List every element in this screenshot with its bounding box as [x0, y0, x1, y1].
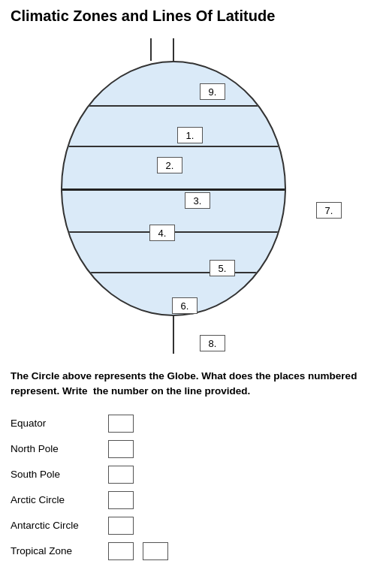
label-9: 9.: [200, 83, 225, 100]
row-arctic-circle: Arctic Circle: [11, 491, 381, 509]
label-7: 7.: [316, 202, 342, 219]
row-north-pole: North Pole: [11, 440, 381, 458]
top-pole-connector: [173, 38, 174, 62]
label-5: 5.: [210, 260, 235, 276]
antarctic-line: [62, 272, 285, 273]
answer-box-arctic-circle[interactable]: [108, 491, 134, 509]
label-4: 4.: [149, 225, 175, 241]
answer-box-south-pole[interactable]: [108, 466, 134, 484]
tropic-cancer-line: [62, 146, 285, 147]
label-equator: Equator: [11, 418, 108, 429]
row-south-pole: South Pole: [11, 466, 381, 484]
label-1: 1.: [177, 127, 203, 143]
answer-box-equator[interactable]: [108, 415, 134, 433]
page-title: Climatic Zones and Lines Of Latitude: [11, 8, 381, 25]
answer-box-tropical-zone-1[interactable]: [108, 542, 134, 560]
label-arctic-circle: Arctic Circle: [11, 494, 108, 505]
equator-line: [62, 188, 285, 191]
bottom-pole-connector: [173, 316, 174, 340]
row-tropical-zone: Tropical Zone: [11, 542, 381, 560]
globe-diagram: 9. 1. 2. 3. 4. 5. 6. 8. 7.: [38, 38, 354, 354]
answer-section: Equator North Pole South Pole Arctic Cir…: [11, 415, 381, 568]
label-north-pole: North Pole: [11, 443, 108, 454]
label-8: 8.: [200, 335, 225, 351]
arctic-line: [62, 105, 285, 107]
label-tropical-zone: Tropical Zone: [11, 545, 108, 556]
label-south-pole: South Pole: [11, 469, 108, 480]
label-3: 3.: [185, 192, 210, 209]
answer-box-antarctic-circle[interactable]: [108, 517, 134, 535]
label-6: 6.: [172, 297, 198, 314]
row-antarctic-circle: Antarctic Circle: [11, 517, 381, 535]
description-text: The Circle above represents the Globe. W…: [11, 369, 381, 400]
label-antarctic-circle: Antarctic Circle: [11, 520, 108, 531]
label-2: 2.: [157, 157, 182, 173]
answer-box-north-pole[interactable]: [108, 440, 134, 458]
answer-box-tropical-zone-2[interactable]: [143, 542, 168, 560]
pole-top-line: [150, 38, 152, 61]
row-equator: Equator: [11, 415, 381, 433]
globe-circle: [61, 61, 286, 316]
